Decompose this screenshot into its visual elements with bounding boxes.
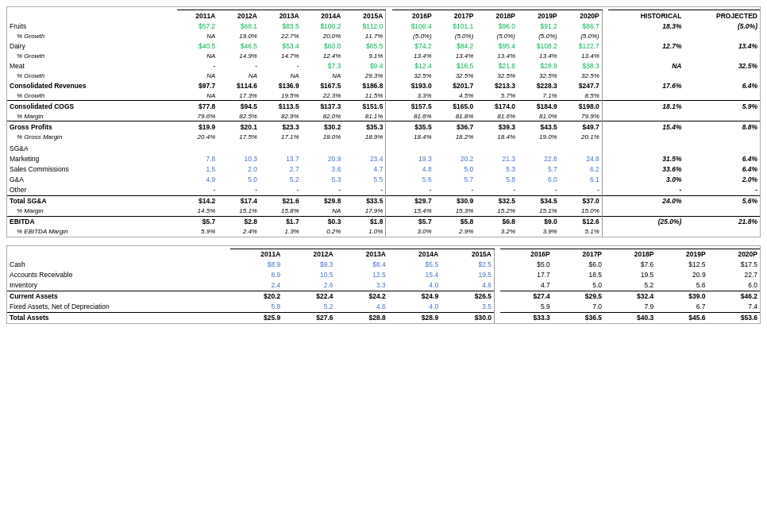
bs-hist-cell: 4.6	[441, 280, 494, 291]
is-proj-cell: $9.0	[518, 216, 560, 227]
is-hist-cell: 1.5	[177, 164, 218, 175]
is-proj-cell: $32.5	[476, 195, 518, 206]
is-hist-cell	[218, 141, 260, 154]
is-proj-cell: $165.0	[434, 101, 476, 112]
is-proj-cell: 2.9%	[434, 227, 476, 237]
bs-hist-cell: 5.2	[283, 302, 335, 313]
is-cagr-cell	[608, 91, 684, 101]
is-proj-cell: (5.0%)	[392, 31, 434, 40]
bs-proj-cell: $45.6	[656, 312, 707, 323]
is-spacer-cell	[386, 80, 392, 91]
is-hist-cell: 2.7	[260, 164, 302, 175]
bs-hist-cell: 12.5	[336, 270, 388, 280]
is-cagr-cell	[608, 227, 684, 237]
bs-hist-cell: 15.4	[388, 270, 441, 280]
bs-proj-cell: $40.3	[604, 312, 656, 323]
bs-row-label: Fixed Assets, Net of Depreciation	[7, 302, 230, 313]
is-proj-cell: 5.0	[434, 164, 476, 175]
bs-row: Total Assets$25.9$27.6$28.8$28.9$30.0$33…	[7, 312, 760, 323]
is-spacer-cell2	[602, 206, 608, 217]
is-row: Gross Profits$19.9$20.1$23.3$30.2$35.3$3…	[7, 121, 760, 133]
bs-proj-cell: $6.0	[553, 260, 604, 270]
is-hist-cell: $33.5	[343, 195, 386, 206]
bs-proj-cell: 4.7	[500, 280, 552, 291]
bs-proj-cell: $7.6	[604, 260, 656, 270]
bs-proj-cell: $5.0	[500, 260, 552, 270]
is-hist-cell: $35.3	[343, 121, 386, 133]
is-hist-cell: $14.2	[177, 195, 218, 206]
is-hist-cell: 82.0%	[302, 111, 344, 121]
is-cagr-cell	[608, 31, 684, 40]
row-label: % Gross Margin	[7, 132, 177, 141]
is-hist-cell: 2.0	[218, 164, 260, 175]
is-proj-cell: (5.0%)	[560, 31, 603, 40]
bs-year-2018p: 2018P	[604, 249, 656, 260]
is-hist-cell: $7.3	[302, 60, 344, 71]
bs-row: Fixed Assets, Net of Depreciation5.85.24…	[7, 302, 760, 313]
is-cagr-cell: 33.6%	[608, 164, 684, 175]
is-cagr-cell	[684, 206, 760, 217]
is-row: Dairy$40.5$46.5$53.4$60.0$65.5$74.2$84.2…	[7, 40, 760, 51]
bs-row: Cash$8.9$9.3$8.4$5.5$2.5$5.0$6.0$7.6$12.…	[7, 260, 760, 270]
bs-hist-cell: 3.5	[441, 302, 494, 313]
is-proj-cell: 6.2	[560, 164, 603, 175]
bs-year-2012a: 2012A	[283, 249, 335, 260]
is-row: Consolidated COGS$77.8$94.5$113.5$137.3$…	[7, 101, 760, 112]
bs-row: Accounts Receivable8.910.512.515.419.517…	[7, 270, 760, 280]
bs-year-2011a: 2011A	[230, 249, 283, 260]
row-label: % Margin	[7, 206, 177, 217]
bs-hist-cell: $9.3	[283, 260, 335, 270]
is-hist-cell: 5.0	[218, 175, 260, 185]
is-proj-cell: 15.3%	[434, 206, 476, 217]
is-row: Fruits$57.2$68.1$83.5$100.2$112.0$106.4$…	[7, 21, 760, 31]
is-cagr-cell: 2.0%	[684, 175, 760, 185]
is-proj-cell: $101.1	[434, 21, 476, 31]
row-label: Fruits	[7, 21, 177, 31]
is-spacer4	[602, 10, 608, 21]
is-proj-cell: $36.7	[434, 121, 476, 133]
is-spacer-cell2	[602, 216, 608, 227]
is-year-2016p: 2016P	[392, 10, 434, 21]
row-label: % Margin	[7, 111, 177, 121]
is-proj-cell: $122.7	[560, 40, 603, 51]
is-proj-cell: 13.4%	[476, 51, 518, 60]
is-proj-cell: $5.7	[392, 216, 434, 227]
is-cagr-cell	[684, 141, 760, 154]
bs-proj-cell: 7.4	[708, 302, 760, 313]
is-spacer-cell	[386, 141, 392, 154]
is-cagr-cell: 6.4%	[684, 154, 760, 164]
is-proj-cell: $174.0	[476, 101, 518, 112]
is-proj-cell: $37.0	[560, 195, 603, 206]
is-hist-cell: NA	[177, 91, 218, 101]
bs-proj-cell: 6.7	[656, 302, 707, 313]
is-proj-cell: 4.5%	[434, 91, 476, 101]
is-hist-cell: -	[177, 185, 218, 196]
bs-proj-cell: 5.0	[553, 280, 604, 291]
is-spacer-cell	[386, 154, 392, 164]
is-hist-cell: 14.7%	[260, 51, 302, 60]
is-row: Meat---$7.3$9.4$12.4$16.5$21.8$28.9$38.3…	[7, 60, 760, 71]
is-spacer-cell2	[602, 60, 608, 71]
is-hist-cell: 0.2%	[302, 227, 344, 237]
is-hist-cell: 3.6	[302, 164, 344, 175]
bs-row-label: Inventory	[7, 280, 230, 291]
is-row: Other------------	[7, 185, 760, 196]
is-spacer-cell2	[602, 121, 608, 133]
bs-hist-cell: $24.9	[388, 291, 441, 302]
is-year-2020p: 2020P	[560, 10, 603, 21]
is-spacer-cell2	[602, 21, 608, 31]
is-cagr-cell: 18.3%	[608, 21, 684, 31]
bs-row: Current Assets$20.2$22.4$24.2$24.9$26.5$…	[7, 291, 760, 302]
is-spacer-cell2	[602, 227, 608, 237]
is-proj-cell: $6.8	[476, 216, 518, 227]
is-spacer-cell	[386, 31, 392, 40]
bs-hist-cell: $8.9	[230, 260, 283, 270]
bs-row-label: Current Assets	[7, 291, 230, 302]
bs-row-label: Total Assets	[7, 312, 230, 323]
is-proj-cell: $96.0	[476, 21, 518, 31]
is-hist-cell: 22.3%	[302, 91, 344, 101]
is-row: EBITDA$5.7$2.8$1.7$0.3$1.8$5.7$5.8$6.8$9…	[7, 216, 760, 227]
is-proj-cell: $49.7	[560, 121, 603, 133]
is-row: Consolidated Revenues$97.7$114.6$136.9$1…	[7, 80, 760, 91]
is-hist-cell: 23.4	[343, 154, 386, 164]
